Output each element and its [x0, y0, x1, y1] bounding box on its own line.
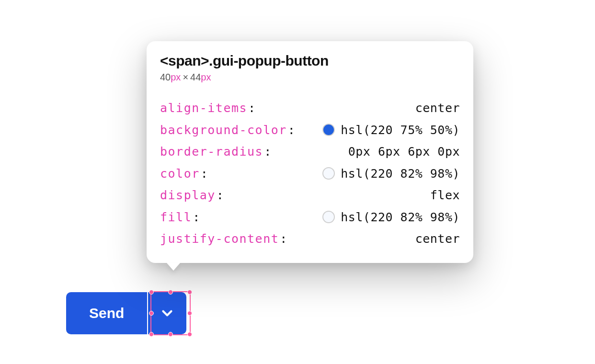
property-value-text: center	[415, 233, 460, 245]
color-swatch	[322, 167, 335, 180]
property-row: colorhsl(220 82% 98%)	[160, 162, 460, 184]
property-value: 0px 6px 6px 0px	[348, 146, 460, 158]
split-button-group: Send	[66, 292, 186, 334]
resize-handle[interactable]	[187, 311, 192, 316]
chevron-down-icon	[159, 305, 175, 321]
property-value: flex	[430, 189, 460, 201]
property-name: background-color	[160, 124, 296, 136]
dim-sep: ×	[181, 72, 190, 82]
property-value: center	[415, 102, 460, 114]
property-value: hsl(220 75% 50%)	[322, 124, 460, 136]
inspector-property-list: align-itemscenterbackground-colorhsl(220…	[160, 97, 460, 250]
property-row: displayflex	[160, 184, 460, 206]
dim-height: 44	[190, 72, 201, 82]
send-button[interactable]: Send	[66, 292, 147, 334]
property-name: display	[160, 189, 224, 201]
property-row: fillhsl(220 82% 98%)	[160, 206, 460, 228]
property-name: fill	[160, 211, 201, 223]
inspector-selector: <span>.gui-popup-button	[160, 53, 460, 69]
property-name: color	[160, 168, 208, 180]
dim-height-unit: px	[201, 72, 211, 82]
property-value: hsl(220 82% 98%)	[322, 167, 460, 180]
property-name: align-items	[160, 102, 256, 114]
property-name: border-radius	[160, 146, 272, 158]
property-value: hsl(220 82% 98%)	[322, 211, 460, 223]
color-swatch	[322, 211, 335, 223]
dim-width: 40	[160, 72, 171, 82]
property-name: justify-content	[160, 233, 288, 245]
dim-width-unit: px	[171, 72, 181, 82]
inspector-tooltip: <span>.gui-popup-button 40px×44px align-…	[147, 41, 473, 263]
property-value-text: center	[415, 102, 460, 114]
property-value: center	[415, 233, 460, 245]
property-value-text: hsl(220 82% 98%)	[341, 211, 460, 223]
inspector-dimensions: 40px×44px	[160, 72, 460, 83]
popup-button[interactable]	[148, 292, 186, 334]
property-row: align-itemscenter	[160, 97, 460, 119]
property-value-text: 0px 6px 6px 0px	[348, 146, 460, 158]
color-swatch	[322, 124, 335, 136]
property-row: background-colorhsl(220 75% 50%)	[160, 119, 460, 141]
property-row: justify-contentcenter	[160, 228, 460, 250]
property-row: border-radius0px 6px 6px 0px	[160, 141, 460, 162]
resize-handle[interactable]	[187, 332, 192, 337]
property-value-text: hsl(220 82% 98%)	[341, 168, 460, 180]
property-value-text: flex	[430, 189, 460, 201]
resize-handle[interactable]	[187, 290, 192, 295]
property-value-text: hsl(220 75% 50%)	[341, 124, 460, 136]
